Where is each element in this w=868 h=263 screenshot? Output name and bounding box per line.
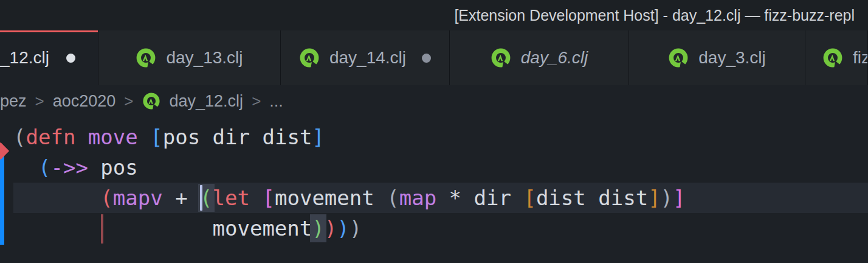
clojure-file-icon xyxy=(136,47,156,68)
code-token: movement xyxy=(275,186,387,210)
tab-label: fiz xyxy=(853,48,868,68)
code-token: ( xyxy=(387,186,399,210)
code-token: defn xyxy=(26,125,75,149)
code-token xyxy=(75,125,88,149)
code-line-2: (->> pos xyxy=(13,152,138,183)
clojure-file-icon xyxy=(491,47,511,68)
code-token: pos dir dist xyxy=(163,125,312,149)
code-token: [ xyxy=(523,186,536,210)
code-line-4: movement)))) xyxy=(13,213,362,244)
chevron-right-icon: > xyxy=(124,92,133,111)
code-token xyxy=(13,186,100,210)
code-token xyxy=(88,155,100,180)
code-token: movement xyxy=(13,216,312,240)
code-line-1: (defn move [pos dir dist] xyxy=(13,122,325,152)
code-token: ( xyxy=(13,125,26,149)
code-token: ) xyxy=(661,186,673,210)
code-editor[interactable]: (defn move [pos dir dist] (->> pos (mapv… xyxy=(0,117,868,263)
tab-day-14[interactable]: day_14.clj xyxy=(281,30,450,85)
clojure-file-icon xyxy=(142,92,160,110)
breadcrumb-item-pez[interactable]: pez xyxy=(0,92,27,111)
tab-day-3[interactable]: day_3.clj xyxy=(629,30,805,85)
code-token: ( xyxy=(38,155,50,180)
tab-label: day_6.clj xyxy=(521,48,588,68)
gutter-marker-icon xyxy=(0,142,9,160)
breadcrumb-item-symbol[interactable]: ... xyxy=(269,92,283,111)
code-token: ) xyxy=(350,216,362,240)
code-token: [ xyxy=(150,125,162,149)
code-token-matched-bracket: ) xyxy=(312,216,324,240)
chevron-right-icon: > xyxy=(35,92,44,111)
tab-fizz-truncated[interactable]: fiz xyxy=(805,30,868,85)
modified-dot-icon[interactable] xyxy=(66,54,75,63)
tab-label: day_13.clj xyxy=(166,48,243,68)
breadcrumb-item-aoc2020[interactable]: aoc2020 xyxy=(53,92,116,111)
code-token: map xyxy=(399,186,436,210)
code-token: ] xyxy=(312,125,324,149)
modified-dot-icon[interactable] xyxy=(422,54,431,63)
code-token: let xyxy=(213,186,250,210)
code-token: ] xyxy=(673,186,685,210)
code-token: ->> xyxy=(50,155,88,180)
breadcrumb-item-file[interactable]: day_12.clj xyxy=(170,92,244,111)
code-token xyxy=(250,186,262,210)
tab-day-6-preview[interactable]: day_6.clj xyxy=(450,30,629,85)
clojure-file-icon xyxy=(299,47,320,68)
clojure-file-icon xyxy=(822,47,843,68)
code-token: [ xyxy=(262,186,274,210)
breadcrumb: pez > aoc2020 > day_12.clj > ... xyxy=(0,85,868,117)
tab-label: day_3.clj xyxy=(698,48,766,68)
code-token: mapv xyxy=(113,186,163,210)
code-token: ) xyxy=(337,216,349,240)
tab-label: _12.clj xyxy=(0,48,49,68)
code-token: ) xyxy=(325,216,337,240)
code-token: pos xyxy=(100,155,137,180)
code-token: + xyxy=(163,186,200,210)
code-token: move xyxy=(88,125,138,149)
text-cursor xyxy=(200,185,202,211)
window-title: [Extension Development Host] - day_12.cl… xyxy=(454,0,855,30)
tab-day-13[interactable]: day_13.clj xyxy=(98,30,281,85)
code-token: * dir xyxy=(436,186,523,210)
code-token: dist dist xyxy=(536,186,648,210)
tab-bar: _12.clj day_13.clj day_14.clj day_6.clj xyxy=(0,30,868,85)
title-bar: [Extension Development Host] - day_12.cl… xyxy=(0,0,868,30)
gutter-change-bar xyxy=(0,155,4,245)
code-token xyxy=(138,125,150,149)
code-token: ] xyxy=(648,186,660,210)
tab-day-12-active[interactable]: _12.clj xyxy=(0,30,98,85)
chevron-right-icon: > xyxy=(252,92,261,111)
code-line-3: (mapv + (let [movement (map * dir [dist … xyxy=(13,183,686,213)
code-token xyxy=(13,155,38,180)
code-token: ( xyxy=(100,186,112,210)
tab-label: day_14.clj xyxy=(329,48,406,68)
clojure-file-icon xyxy=(668,47,689,68)
